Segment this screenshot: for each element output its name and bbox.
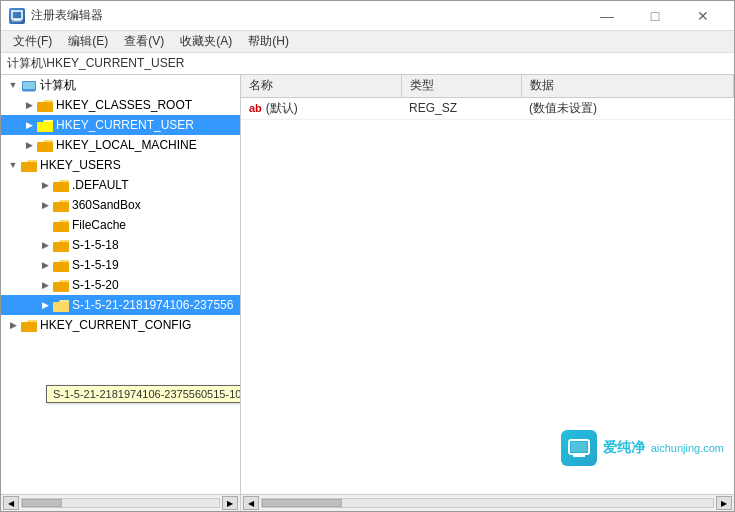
window-title: 注册表编辑器 [31, 7, 103, 24]
expand-icon-users[interactable]: ▼ [5, 157, 21, 173]
tree-item-s-1-5-20[interactable]: ▶ S-1-5-20 [1, 275, 240, 295]
right-scroll-right-arrow[interactable]: ▶ [716, 496, 732, 510]
folder-icon-360sandbox [53, 198, 69, 212]
watermark-icon [561, 430, 597, 466]
menu-favorites[interactable]: 收藏夹(A) [172, 31, 240, 52]
tree-item-computer[interactable]: ▼ 计算机 [1, 75, 240, 95]
tree-item-filecache[interactable]: ▶ FileCache [1, 215, 240, 235]
minimize-button[interactable]: — [584, 1, 630, 31]
expand-icon-default[interactable]: ▶ [37, 177, 53, 193]
tree-label-current-config: HKEY_CURRENT_CONFIG [40, 318, 191, 332]
col-header-type[interactable]: 类型 [401, 75, 521, 97]
svg-rect-0 [12, 11, 22, 19]
tree-label-classes-root: HKEY_CLASSES_ROOT [56, 98, 192, 112]
bottom-scroll-area: ◀ ▶ ◀ ▶ [1, 494, 734, 511]
table-row[interactable]: ab(默认)REG_SZ(数值未设置) [241, 97, 734, 119]
right-scroll-left-arrow[interactable]: ◀ [243, 496, 259, 510]
right-scroll-track[interactable] [261, 498, 714, 508]
svg-rect-10 [21, 162, 37, 172]
tree-item-s-1-5-18[interactable]: ▶ S-1-5-18 [1, 235, 240, 255]
svg-rect-11 [53, 182, 69, 192]
tree-item-hkey-local-machine[interactable]: ▶ HKEY_LOCAL_MACHINE [1, 135, 240, 155]
tree-item-s-1-5-19[interactable]: ▶ S-1-5-19 [1, 255, 240, 275]
right-scroll-bar[interactable]: ◀ ▶ [241, 495, 734, 511]
svg-rect-17 [53, 302, 69, 312]
expand-icon-360sandbox[interactable]: ▶ [37, 197, 53, 213]
folder-icon-users [21, 158, 37, 172]
tree-label-s-1-5-20: S-1-5-20 [72, 278, 119, 292]
menu-file[interactable]: 文件(F) [5, 31, 60, 52]
col-header-name[interactable]: 名称 [241, 75, 401, 97]
expand-icon-s-1-5-20[interactable]: ▶ [37, 277, 53, 293]
svg-rect-1 [14, 19, 20, 21]
expand-icon-s-1-5-18[interactable]: ▶ [37, 237, 53, 253]
expand-icon-current-config[interactable]: ▶ [5, 317, 21, 333]
tree-label-s-1-5-18: S-1-5-18 [72, 238, 119, 252]
expand-icon-s-1-5-19[interactable]: ▶ [37, 257, 53, 273]
col-header-data[interactable]: 数据 [521, 75, 734, 97]
tree-label-computer: 计算机 [40, 77, 76, 94]
expand-icon-computer[interactable]: ▼ [5, 77, 21, 93]
right-scroll-thumb [262, 499, 342, 507]
svg-rect-9 [37, 142, 53, 152]
cell-name: ab(默认) [241, 97, 401, 119]
tree-item-360sandbox[interactable]: ▶ 360SandBox [1, 195, 240, 215]
tree-item-hkey-users[interactable]: ▼ HKEY_USERS [1, 155, 240, 175]
expand-icon-s-1-5-21[interactable]: ▶ [37, 297, 53, 313]
svg-rect-4 [23, 82, 35, 89]
tree-label-current-user: HKEY_CURRENT_USER [56, 118, 194, 132]
tree-label-360sandbox: 360SandBox [72, 198, 141, 212]
svg-rect-5 [25, 89, 33, 91]
scroll-right-arrow[interactable]: ▶ [222, 496, 238, 510]
maximize-button[interactable]: □ [632, 1, 678, 31]
folder-icon-s-1-5-19 [53, 258, 69, 272]
title-bar-left: 注册表编辑器 [9, 7, 103, 24]
svg-rect-2 [12, 20, 22, 21]
expand-icon-classes-root[interactable]: ▶ [21, 97, 37, 113]
tree-scroll-thumb [22, 499, 62, 507]
svg-rect-18 [21, 322, 37, 332]
cell-type: REG_SZ [401, 97, 521, 119]
menu-help[interactable]: 帮助(H) [240, 31, 297, 52]
computer-icon [21, 78, 37, 92]
folder-icon-filecache [53, 218, 69, 232]
tree-label-local-machine: HKEY_LOCAL_MACHINE [56, 138, 197, 152]
tree-scroll-track[interactable] [21, 498, 220, 508]
expand-icon-local-machine[interactable]: ▶ [21, 137, 37, 153]
scroll-left-arrow[interactable]: ◀ [3, 496, 19, 510]
tree-item-hkey-current-config[interactable]: ▶ HKEY_CURRENT_CONFIG [1, 315, 240, 335]
tooltip: S-1-5-21-2181974106-2375560515-103512274… [46, 385, 241, 403]
folder-icon-default [53, 178, 69, 192]
tree-label-s-1-5-21-short: S-1-5-21-2181974106-237556 [72, 298, 233, 312]
svg-rect-14 [53, 242, 69, 252]
tree-label-default: .DEFAULT [72, 178, 128, 192]
tree-scroll-bar[interactable]: ◀ ▶ [1, 495, 241, 511]
svg-rect-13 [53, 222, 69, 232]
tree-item-hkey-current-user[interactable]: ▶ HKEY_CURRENT_USER [1, 115, 240, 135]
tree-item-s-1-5-21-short[interactable]: ▶ S-1-5-21-2181974106-237556 [1, 295, 240, 315]
folder-icon-current-user [37, 118, 53, 132]
watermark: 爱纯净 aichunjing.com [561, 430, 724, 466]
folder-icon-classes-root [37, 98, 53, 112]
watermark-site: aichunjing.com [651, 442, 724, 454]
close-button[interactable]: ✕ [680, 1, 726, 31]
svg-rect-6 [23, 91, 35, 92]
expand-icon-current-user[interactable]: ▶ [21, 117, 37, 133]
menu-view[interactable]: 查看(V) [116, 31, 172, 52]
title-bar: 注册表编辑器 — □ ✕ [1, 1, 734, 31]
watermark-text: 爱纯净 [603, 439, 645, 457]
menu-edit[interactable]: 编辑(E) [60, 31, 116, 52]
tree-label-s-1-5-19: S-1-5-19 [72, 258, 119, 272]
svg-rect-15 [53, 262, 69, 272]
tree-item-default[interactable]: ▶ .DEFAULT [1, 175, 240, 195]
address-bar: 计算机\HKEY_CURRENT_USER [1, 53, 734, 75]
folder-icon-s-1-5-21 [53, 298, 69, 312]
tree-label-users: HKEY_USERS [40, 158, 121, 172]
main-content: ▼ 计算机 ▶ HKEY_CLASSES_ROOT [1, 75, 734, 494]
tree-label-filecache: FileCache [72, 218, 126, 232]
registry-editor-window: 注册表编辑器 — □ ✕ 文件(F) 编辑(E) 查看(V) 收藏夹(A) 帮助… [0, 0, 735, 512]
tree-panel[interactable]: ▼ 计算机 ▶ HKEY_CLASSES_ROOT [1, 75, 241, 494]
folder-icon-s-1-5-20 [53, 278, 69, 292]
tree-item-hkey-classes-root[interactable]: ▶ HKEY_CLASSES_ROOT [1, 95, 240, 115]
svg-rect-8 [37, 122, 53, 132]
